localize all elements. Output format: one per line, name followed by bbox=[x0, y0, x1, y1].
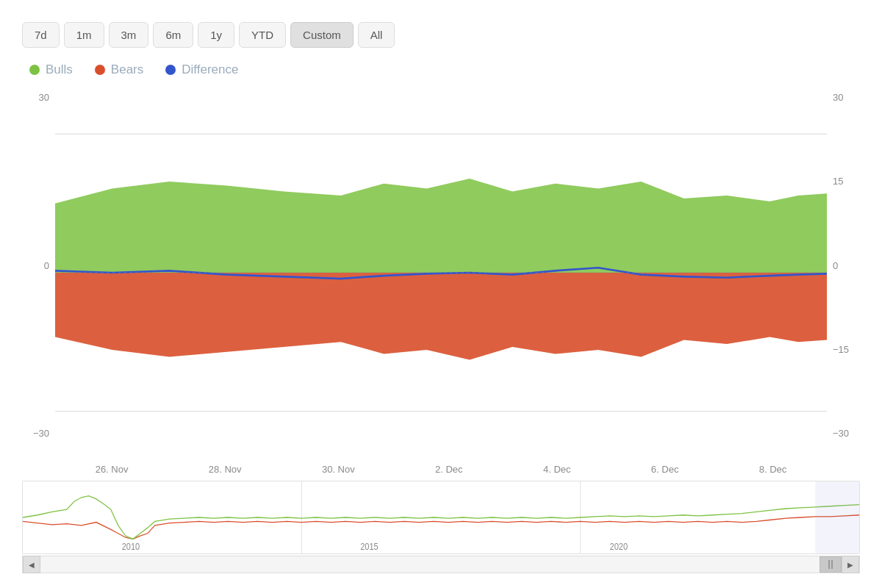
svg-text:2015: 2015 bbox=[360, 542, 378, 551]
x-label-1: 28. Nov bbox=[209, 464, 242, 475]
scroll-right-btn[interactable]: ▶ bbox=[842, 556, 859, 573]
legend-bears[interactable]: Bears bbox=[95, 62, 143, 77]
x-label-6: 8. Dec bbox=[759, 464, 787, 475]
bulls-label: Bulls bbox=[46, 62, 73, 77]
y-right-30: 30 bbox=[833, 92, 843, 103]
y-axis-left: 30 0 −30 bbox=[22, 85, 55, 461]
difference-label: Difference bbox=[182, 62, 238, 77]
bulls-dot bbox=[29, 65, 40, 75]
chart-section: 30 0 −30 bbox=[22, 85, 860, 475]
svg-text:2020: 2020 bbox=[610, 542, 628, 551]
y-right-15: 15 bbox=[833, 176, 843, 187]
btn-1m[interactable]: 1m bbox=[64, 22, 104, 48]
btn-1y[interactable]: 1y bbox=[198, 22, 234, 48]
btn-3m[interactable]: 3m bbox=[109, 22, 149, 48]
main-chart-wrapper: 30 0 −30 bbox=[22, 85, 860, 461]
main-chart-svg bbox=[55, 85, 827, 461]
y-right-neg30: −30 bbox=[833, 428, 849, 439]
legend-difference[interactable]: Difference bbox=[165, 62, 238, 77]
btn-6m[interactable]: 6m bbox=[153, 22, 193, 48]
x-label-0: 26. Nov bbox=[96, 464, 129, 475]
y-left-mid: 0 bbox=[44, 260, 49, 271]
scroll-thumb[interactable] bbox=[820, 556, 842, 573]
bears-dot bbox=[95, 65, 105, 75]
main-container: 7d 1m 3m 6m 1y YTD Custom All Bulls Bear… bbox=[0, 0, 882, 588]
y-right-neg15: −15 bbox=[833, 344, 849, 355]
x-label-5: 6. Dec bbox=[651, 464, 679, 475]
scrollbar[interactable]: ◀ ▶ bbox=[22, 556, 860, 573]
grip-line-2 bbox=[831, 560, 833, 569]
btn-custom[interactable]: Custom bbox=[290, 22, 354, 48]
scroll-left-btn[interactable]: ◀ bbox=[23, 556, 40, 573]
mini-chart-svg: 2010 2015 2020 bbox=[23, 481, 859, 553]
grip-line-1 bbox=[828, 560, 830, 569]
btn-7d[interactable]: 7d bbox=[22, 22, 60, 48]
svg-rect-10 bbox=[815, 481, 859, 553]
difference-dot bbox=[165, 65, 176, 75]
y-axis-right: 30 15 0 −15 −30 bbox=[827, 85, 860, 461]
svg-text:2010: 2010 bbox=[122, 542, 140, 551]
chart-legend: Bulls Bears Difference bbox=[29, 62, 860, 77]
y-right-0: 0 bbox=[833, 260, 838, 271]
y-left-bot: −30 bbox=[33, 428, 49, 439]
btn-ytd[interactable]: YTD bbox=[239, 22, 286, 48]
x-label-4: 4. Dec bbox=[543, 464, 571, 475]
scroll-grip bbox=[828, 560, 833, 569]
mini-chart[interactable]: 2010 2015 2020 bbox=[22, 481, 860, 554]
x-label-2: 30. Nov bbox=[322, 464, 355, 475]
bears-label: Bears bbox=[111, 62, 143, 77]
y-left-top: 30 bbox=[39, 92, 49, 103]
main-chart[interactable] bbox=[55, 85, 827, 461]
x-axis: 26. Nov 28. Nov 30. Nov 2. Dec 4. Dec 6.… bbox=[55, 461, 827, 475]
x-label-3: 2. Dec bbox=[435, 464, 463, 475]
time-range-buttons: 7d 1m 3m 6m 1y YTD Custom All bbox=[22, 22, 860, 48]
legend-bulls[interactable]: Bulls bbox=[29, 62, 73, 77]
btn-all[interactable]: All bbox=[358, 22, 395, 48]
scroll-track[interactable] bbox=[40, 556, 842, 573]
